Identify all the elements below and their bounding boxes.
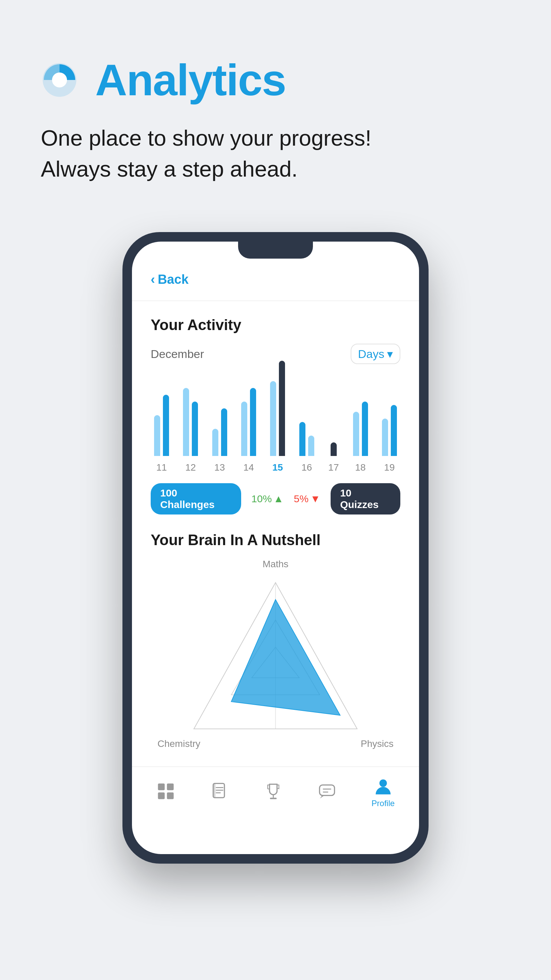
bar-dark-18: [362, 401, 368, 456]
phone-notch: [238, 242, 313, 259]
bar-light-15: [270, 381, 276, 456]
percent-down-value: 5%: [294, 493, 308, 504]
dropdown-chevron-icon: ▾: [387, 347, 393, 361]
top-divider: [132, 301, 419, 301]
bar-light-13: [212, 429, 218, 456]
screen-content: ‹ Back Your Activity December Days ▾: [132, 242, 419, 756]
bar-group-19: 19: [382, 405, 397, 473]
nav-item-book[interactable]: [210, 782, 229, 803]
percent-up-stat: 10% ▲: [251, 493, 284, 504]
svg-rect-10: [158, 783, 165, 790]
bar-dark-16: [299, 422, 305, 456]
bar-light-16: [308, 436, 314, 456]
brain-section: Your Brain In A Nutshell Maths: [151, 531, 400, 756]
challenges-badge: 100 Challenges: [151, 483, 241, 514]
bar-label-13: 13: [214, 462, 225, 473]
bar-dark-19: [391, 405, 397, 456]
month-label: December: [151, 347, 204, 361]
chat-icon: [318, 782, 337, 801]
bar-group-11: 11: [154, 395, 169, 473]
svg-point-24: [379, 780, 387, 787]
arrow-down-icon: ▼: [310, 493, 321, 504]
bar-label-18: 18: [355, 462, 366, 473]
nav-label-profile: Profile: [372, 799, 395, 808]
svg-point-1: [52, 73, 67, 88]
bar-label-16: 16: [301, 462, 312, 473]
bottom-navigation: Profile: [132, 766, 419, 825]
profile-icon: [374, 777, 392, 796]
phone-screen: ‹ Back Your Activity December Days ▾: [132, 242, 419, 854]
bar-group-18: 18: [353, 401, 368, 473]
bar-dark-13: [221, 408, 227, 456]
nav-item-home[interactable]: [156, 782, 175, 803]
header-section: Analytics One place to show your progres…: [0, 0, 551, 205]
page-title: Analytics: [95, 54, 286, 105]
bar-label-15: 15: [272, 462, 283, 473]
analytics-title-row: Analytics: [41, 54, 510, 105]
bar-group-12: 12: [183, 388, 198, 473]
stats-row: 100 Challenges 10% ▲ 5% ▼ 10 Quizzes: [151, 483, 400, 514]
radar-label-physics: Physics: [361, 738, 394, 749]
subtitle-line2: Always stay a step ahead.: [41, 156, 298, 181]
svg-rect-20: [270, 798, 277, 799]
bar-group-13: 13: [212, 408, 227, 473]
svg-marker-9: [231, 600, 340, 715]
phone-outer: ‹ Back Your Activity December Days ▾: [122, 232, 429, 864]
bar-label-17: 17: [328, 462, 339, 473]
radar-label-maths: Maths: [263, 559, 288, 570]
days-dropdown[interactable]: Days ▾: [351, 344, 400, 364]
back-label: Back: [158, 272, 189, 287]
book-icon: [210, 782, 229, 801]
activity-bar-chart: 11 12: [151, 378, 400, 473]
bar-black-17: [330, 442, 337, 456]
bar-light-18: [353, 412, 359, 456]
bar-label-19: 19: [384, 462, 395, 473]
bar-dark-11: [163, 395, 169, 456]
bar-light-11: [154, 415, 160, 456]
brain-title: Your Brain In A Nutshell: [151, 531, 400, 549]
activity-title: Your Activity: [151, 317, 400, 334]
svg-rect-11: [167, 783, 173, 790]
arrow-up-icon: ▲: [273, 493, 284, 504]
bar-label-11: 11: [156, 462, 167, 473]
bar-dark-15: [279, 361, 285, 456]
svg-rect-13: [167, 792, 173, 799]
bar-dark-12: [192, 401, 198, 456]
bar-dark-14: [250, 388, 256, 456]
bar-group-14: 14: [241, 388, 256, 473]
svg-rect-21: [320, 785, 335, 795]
analytics-pie-icon: [41, 61, 78, 99]
svg-rect-18: [213, 783, 216, 798]
grid-icon: [156, 782, 175, 801]
percent-up-value: 10%: [251, 493, 272, 504]
radar-label-chemistry: Chemistry: [157, 738, 200, 749]
nav-item-chat[interactable]: [318, 782, 337, 803]
bar-group-15: 15: [270, 361, 285, 473]
days-label: Days: [358, 347, 384, 361]
nav-item-profile[interactable]: Profile: [372, 777, 395, 808]
bar-label-14: 14: [243, 462, 254, 473]
subtitle-line1: One place to show your progress!: [41, 126, 372, 150]
nav-item-trophy[interactable]: [264, 782, 283, 803]
back-chevron-icon: ‹: [151, 272, 155, 287]
bar-label-12: 12: [185, 462, 196, 473]
bar-light-19: [382, 418, 388, 456]
trophy-icon: [264, 782, 283, 801]
bar-group-16: 16: [299, 422, 314, 473]
quizzes-badge: 10 Quizzes: [330, 483, 400, 514]
bar-group-17: 17: [328, 442, 339, 473]
subtitle: One place to show your progress! Always …: [41, 123, 510, 185]
bar-light-12: [183, 388, 189, 456]
radar-chart-container: Maths: [151, 559, 400, 756]
svg-rect-12: [158, 792, 165, 799]
radar-chart-svg: [180, 572, 371, 743]
bar-light-14: [241, 401, 247, 456]
percent-down-stat: 5% ▼: [294, 493, 321, 504]
back-button[interactable]: ‹ Back: [151, 272, 400, 287]
phone-container: ‹ Back Your Activity December Days ▾: [0, 232, 551, 898]
